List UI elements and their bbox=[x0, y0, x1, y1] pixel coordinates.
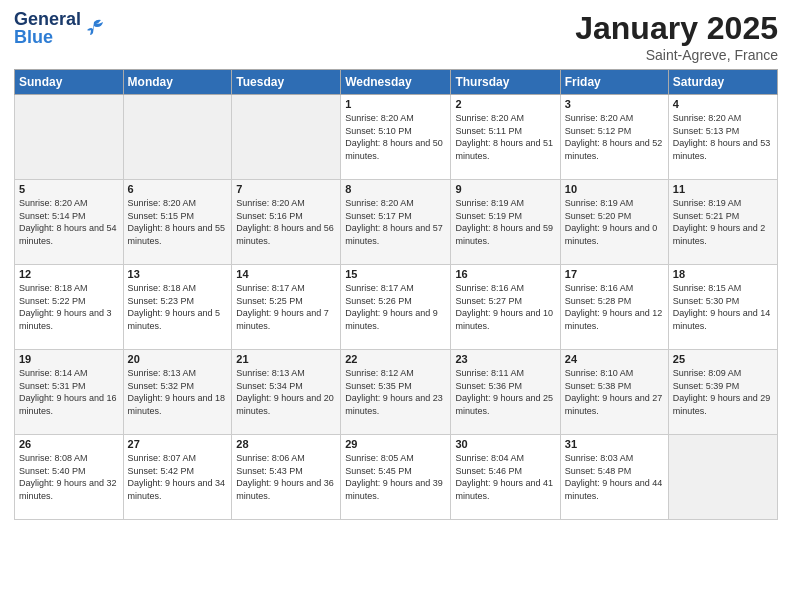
logo-blue: Blue bbox=[14, 28, 81, 46]
calendar-cell: 13Sunrise: 8:18 AM Sunset: 5:23 PM Dayli… bbox=[123, 265, 232, 350]
calendar-cell: 26Sunrise: 8:08 AM Sunset: 5:40 PM Dayli… bbox=[15, 435, 124, 520]
day-info: Sunrise: 8:20 AM Sunset: 5:10 PM Dayligh… bbox=[345, 112, 446, 162]
day-info: Sunrise: 8:18 AM Sunset: 5:23 PM Dayligh… bbox=[128, 282, 228, 332]
calendar-cell: 11Sunrise: 8:19 AM Sunset: 5:21 PM Dayli… bbox=[668, 180, 777, 265]
page-header: General Blue January 2025 Saint-Agreve, … bbox=[14, 10, 778, 63]
day-number: 22 bbox=[345, 353, 446, 365]
day-number: 4 bbox=[673, 98, 773, 110]
day-info: Sunrise: 8:17 AM Sunset: 5:26 PM Dayligh… bbox=[345, 282, 446, 332]
col-header-monday: Monday bbox=[123, 70, 232, 95]
day-info: Sunrise: 8:20 AM Sunset: 5:14 PM Dayligh… bbox=[19, 197, 119, 247]
logo-bird-icon bbox=[83, 17, 105, 39]
day-info: Sunrise: 8:03 AM Sunset: 5:48 PM Dayligh… bbox=[565, 452, 664, 502]
month-title: January 2025 bbox=[575, 10, 778, 47]
col-header-sunday: Sunday bbox=[15, 70, 124, 95]
day-info: Sunrise: 8:08 AM Sunset: 5:40 PM Dayligh… bbox=[19, 452, 119, 502]
day-number: 26 bbox=[19, 438, 119, 450]
day-number: 11 bbox=[673, 183, 773, 195]
calendar-cell: 1Sunrise: 8:20 AM Sunset: 5:10 PM Daylig… bbox=[341, 95, 451, 180]
day-info: Sunrise: 8:06 AM Sunset: 5:43 PM Dayligh… bbox=[236, 452, 336, 502]
calendar-cell: 10Sunrise: 8:19 AM Sunset: 5:20 PM Dayli… bbox=[560, 180, 668, 265]
day-info: Sunrise: 8:10 AM Sunset: 5:38 PM Dayligh… bbox=[565, 367, 664, 417]
day-number: 5 bbox=[19, 183, 119, 195]
day-number: 15 bbox=[345, 268, 446, 280]
calendar-cell: 21Sunrise: 8:13 AM Sunset: 5:34 PM Dayli… bbox=[232, 350, 341, 435]
day-number: 12 bbox=[19, 268, 119, 280]
col-header-friday: Friday bbox=[560, 70, 668, 95]
day-info: Sunrise: 8:15 AM Sunset: 5:30 PM Dayligh… bbox=[673, 282, 773, 332]
calendar-cell: 24Sunrise: 8:10 AM Sunset: 5:38 PM Dayli… bbox=[560, 350, 668, 435]
day-number: 7 bbox=[236, 183, 336, 195]
col-header-tuesday: Tuesday bbox=[232, 70, 341, 95]
calendar-cell: 25Sunrise: 8:09 AM Sunset: 5:39 PM Dayli… bbox=[668, 350, 777, 435]
day-info: Sunrise: 8:20 AM Sunset: 5:15 PM Dayligh… bbox=[128, 197, 228, 247]
calendar-cell: 8Sunrise: 8:20 AM Sunset: 5:17 PM Daylig… bbox=[341, 180, 451, 265]
col-header-saturday: Saturday bbox=[668, 70, 777, 95]
day-number: 6 bbox=[128, 183, 228, 195]
day-number: 16 bbox=[455, 268, 555, 280]
calendar-header-row: SundayMondayTuesdayWednesdayThursdayFrid… bbox=[15, 70, 778, 95]
day-number: 14 bbox=[236, 268, 336, 280]
day-info: Sunrise: 8:14 AM Sunset: 5:31 PM Dayligh… bbox=[19, 367, 119, 417]
calendar-cell: 6Sunrise: 8:20 AM Sunset: 5:15 PM Daylig… bbox=[123, 180, 232, 265]
day-number: 20 bbox=[128, 353, 228, 365]
day-number: 3 bbox=[565, 98, 664, 110]
calendar-week-3: 12Sunrise: 8:18 AM Sunset: 5:22 PM Dayli… bbox=[15, 265, 778, 350]
calendar-cell: 27Sunrise: 8:07 AM Sunset: 5:42 PM Dayli… bbox=[123, 435, 232, 520]
day-number: 31 bbox=[565, 438, 664, 450]
day-number: 2 bbox=[455, 98, 555, 110]
calendar-cell: 29Sunrise: 8:05 AM Sunset: 5:45 PM Dayli… bbox=[341, 435, 451, 520]
calendar-cell bbox=[668, 435, 777, 520]
page-container: General Blue January 2025 Saint-Agreve, … bbox=[0, 0, 792, 612]
calendar-cell: 4Sunrise: 8:20 AM Sunset: 5:13 PM Daylig… bbox=[668, 95, 777, 180]
calendar-cell bbox=[232, 95, 341, 180]
calendar-cell: 30Sunrise: 8:04 AM Sunset: 5:46 PM Dayli… bbox=[451, 435, 560, 520]
col-header-thursday: Thursday bbox=[451, 70, 560, 95]
calendar-week-5: 26Sunrise: 8:08 AM Sunset: 5:40 PM Dayli… bbox=[15, 435, 778, 520]
day-number: 10 bbox=[565, 183, 664, 195]
day-info: Sunrise: 8:20 AM Sunset: 5:12 PM Dayligh… bbox=[565, 112, 664, 162]
day-info: Sunrise: 8:09 AM Sunset: 5:39 PM Dayligh… bbox=[673, 367, 773, 417]
calendar-cell: 17Sunrise: 8:16 AM Sunset: 5:28 PM Dayli… bbox=[560, 265, 668, 350]
day-number: 13 bbox=[128, 268, 228, 280]
day-info: Sunrise: 8:18 AM Sunset: 5:22 PM Dayligh… bbox=[19, 282, 119, 332]
logo-general: General bbox=[14, 10, 81, 28]
title-block: January 2025 Saint-Agreve, France bbox=[575, 10, 778, 63]
calendar-table: SundayMondayTuesdayWednesdayThursdayFrid… bbox=[14, 69, 778, 520]
calendar-cell: 12Sunrise: 8:18 AM Sunset: 5:22 PM Dayli… bbox=[15, 265, 124, 350]
day-number: 28 bbox=[236, 438, 336, 450]
calendar-cell: 28Sunrise: 8:06 AM Sunset: 5:43 PM Dayli… bbox=[232, 435, 341, 520]
calendar-cell bbox=[123, 95, 232, 180]
day-number: 29 bbox=[345, 438, 446, 450]
calendar-week-4: 19Sunrise: 8:14 AM Sunset: 5:31 PM Dayli… bbox=[15, 350, 778, 435]
day-number: 21 bbox=[236, 353, 336, 365]
day-number: 19 bbox=[19, 353, 119, 365]
day-number: 23 bbox=[455, 353, 555, 365]
day-info: Sunrise: 8:19 AM Sunset: 5:20 PM Dayligh… bbox=[565, 197, 664, 247]
calendar-cell: 14Sunrise: 8:17 AM Sunset: 5:25 PM Dayli… bbox=[232, 265, 341, 350]
calendar-cell: 18Sunrise: 8:15 AM Sunset: 5:30 PM Dayli… bbox=[668, 265, 777, 350]
day-info: Sunrise: 8:19 AM Sunset: 5:19 PM Dayligh… bbox=[455, 197, 555, 247]
day-info: Sunrise: 8:13 AM Sunset: 5:32 PM Dayligh… bbox=[128, 367, 228, 417]
day-info: Sunrise: 8:17 AM Sunset: 5:25 PM Dayligh… bbox=[236, 282, 336, 332]
day-info: Sunrise: 8:07 AM Sunset: 5:42 PM Dayligh… bbox=[128, 452, 228, 502]
day-number: 27 bbox=[128, 438, 228, 450]
day-info: Sunrise: 8:16 AM Sunset: 5:28 PM Dayligh… bbox=[565, 282, 664, 332]
day-info: Sunrise: 8:11 AM Sunset: 5:36 PM Dayligh… bbox=[455, 367, 555, 417]
day-number: 25 bbox=[673, 353, 773, 365]
day-info: Sunrise: 8:19 AM Sunset: 5:21 PM Dayligh… bbox=[673, 197, 773, 247]
day-number: 24 bbox=[565, 353, 664, 365]
day-number: 30 bbox=[455, 438, 555, 450]
calendar-cell: 19Sunrise: 8:14 AM Sunset: 5:31 PM Dayli… bbox=[15, 350, 124, 435]
day-info: Sunrise: 8:16 AM Sunset: 5:27 PM Dayligh… bbox=[455, 282, 555, 332]
location: Saint-Agreve, France bbox=[575, 47, 778, 63]
calendar-cell: 2Sunrise: 8:20 AM Sunset: 5:11 PM Daylig… bbox=[451, 95, 560, 180]
calendar-cell: 20Sunrise: 8:13 AM Sunset: 5:32 PM Dayli… bbox=[123, 350, 232, 435]
calendar-cell: 23Sunrise: 8:11 AM Sunset: 5:36 PM Dayli… bbox=[451, 350, 560, 435]
calendar-cell: 9Sunrise: 8:19 AM Sunset: 5:19 PM Daylig… bbox=[451, 180, 560, 265]
day-info: Sunrise: 8:12 AM Sunset: 5:35 PM Dayligh… bbox=[345, 367, 446, 417]
day-info: Sunrise: 8:20 AM Sunset: 5:16 PM Dayligh… bbox=[236, 197, 336, 247]
day-number: 9 bbox=[455, 183, 555, 195]
calendar-cell: 7Sunrise: 8:20 AM Sunset: 5:16 PM Daylig… bbox=[232, 180, 341, 265]
calendar-week-2: 5Sunrise: 8:20 AM Sunset: 5:14 PM Daylig… bbox=[15, 180, 778, 265]
